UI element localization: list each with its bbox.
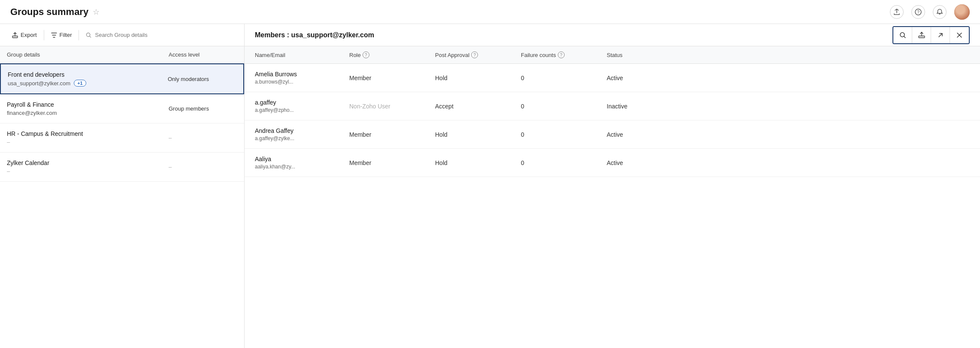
member-name: Andrea Gaffey [255,127,349,134]
user-avatar[interactable] [954,4,970,20]
member-email: a.gaffey@zylke... [255,135,349,141]
group-info: HR - Campus & Recruitment – [7,130,169,145]
group-badge: +1 [74,80,86,87]
group-email: finance@zylker.com [7,110,169,116]
members-export-button[interactable] [912,27,931,43]
group-access: – [169,164,237,170]
search-box [81,27,237,43]
member-role: Member [349,75,435,81]
svg-text:?: ? [917,10,920,15]
help-icon-btn[interactable]: ? [911,5,925,19]
member-post-approval: Accept [435,103,521,110]
group-email: – [7,168,169,174]
member-role: Member [349,159,435,166]
col-post-approval-header: Post Approval ? [435,51,521,58]
member-failure-count: 0 [521,131,607,138]
member-name-email: Andrea Gaffey a.gaffey@zylke... [255,127,349,141]
members-redirect-icon [937,32,944,39]
member-status: Active [607,75,970,81]
groups-table-header: Group details Access level [0,46,244,63]
toolbar-row: Export Filter Members : usa_support@zylk… [0,24,980,46]
filter-button[interactable]: Filter [46,27,77,43]
favorite-icon[interactable]: ☆ [93,7,100,17]
members-close-button[interactable] [950,27,969,43]
top-bar-left: Groups summary ☆ [10,6,100,18]
member-failure-count: 0 [521,159,607,166]
group-info: Front end developers usa_support@zylker.… [8,71,168,87]
members-panel: Name/Email Role ? Post Approval ? Failur… [245,46,980,348]
group-row[interactable]: Payroll & Finance finance@zylker.com Gro… [0,94,244,123]
col-status-header: Status [607,52,970,58]
svg-point-3 [87,33,90,36]
member-email: aaliya.khan@zy... [255,164,349,170]
member-status: Active [607,131,970,138]
member-post-approval: Hold [435,75,521,81]
members-search-button[interactable] [893,27,912,43]
member-failure-count: 0 [521,75,607,81]
toolbar-divider-1 [44,30,44,40]
group-access: – [169,135,237,141]
group-access: Group members [169,105,237,112]
search-input[interactable] [95,32,232,38]
top-bar: Groups summary ☆ ? [0,0,980,24]
group-name: Front end developers [8,71,168,78]
col-group-details-header: Group details [7,51,169,58]
group-name: HR - Campus & Recruitment [7,130,169,137]
top-bar-right: ? [890,4,970,20]
member-name: Amelia Burrows [255,71,349,78]
member-name: Aaliya [255,156,349,162]
members-search-icon [899,32,906,39]
filter-icon [51,32,57,38]
role-help-icon[interactable]: ? [363,51,369,58]
member-name-email: Amelia Burrows a.burrows@zyl... [255,71,349,85]
member-row[interactable]: a.gaffey a.gaffey@zpho... Non-Zoho User … [245,92,980,120]
group-access: Only moderators [168,76,236,82]
group-email: usa_support@zylker.com +1 [8,80,168,87]
member-status: Inactive [607,103,970,110]
export-button[interactable]: Export [7,27,42,43]
post-approval-help-icon[interactable]: ? [471,51,478,58]
bell-icon [936,9,943,15]
member-role: Non-Zoho User [349,103,435,110]
group-info: Zylker Calendar – [7,159,169,174]
group-row[interactable]: Front end developers usa_support@zylker.… [0,63,244,94]
svg-rect-5 [919,36,925,38]
toolbar-right: Members : usa_support@zylker.com [245,24,980,46]
member-post-approval: Hold [435,131,521,138]
member-role: Member [349,131,435,138]
member-name: a.gaffey [255,99,349,106]
members-panel-action-buttons [892,26,970,44]
member-failure-count: 0 [521,103,607,110]
col-name-email-header: Name/Email [255,52,349,58]
groups-panel: Group details Access level Front end dev… [0,46,245,348]
group-email: – [7,139,169,145]
group-row[interactable]: HR - Campus & Recruitment – – [0,123,244,153]
toolbar-left: Export Filter [0,24,245,46]
main-content: Group details Access level Front end dev… [0,46,980,348]
member-row[interactable]: Aaliya aaliya.khan@zy... Member Hold 0 A… [245,149,980,177]
members-redirect-button[interactable] [931,27,950,43]
members-export-icon [918,32,925,39]
svg-rect-2 [12,36,18,38]
member-name-email: a.gaffey a.gaffey@zpho... [255,99,349,113]
group-name: Payroll & Finance [7,101,169,108]
member-row[interactable]: Andrea Gaffey a.gaffey@zylke... Member H… [245,120,980,149]
member-name-email: Aaliya aaliya.khan@zy... [255,156,349,170]
upload-icon-btn[interactable] [890,5,904,19]
notifications-icon-btn[interactable] [933,5,947,19]
member-email: a.burrows@zyl... [255,79,349,85]
group-row[interactable]: Zylker Calendar – – [0,153,244,182]
col-access-level-header: Access level [169,51,237,58]
members-panel-title: Members : usa_support@zylker.com [255,31,374,39]
member-status: Active [607,159,970,166]
toolbar-divider-2 [79,30,79,40]
member-post-approval: Hold [435,159,521,166]
export-icon [12,32,18,38]
members-close-icon [956,32,962,38]
group-info: Payroll & Finance finance@zylker.com [7,101,169,116]
help-icon: ? [915,9,922,15]
col-role-header: Role ? [349,51,435,58]
failure-help-icon[interactable]: ? [558,51,565,58]
member-row[interactable]: Amelia Burrows a.burrows@zyl... Member H… [245,64,980,92]
avatar-image [954,4,970,20]
